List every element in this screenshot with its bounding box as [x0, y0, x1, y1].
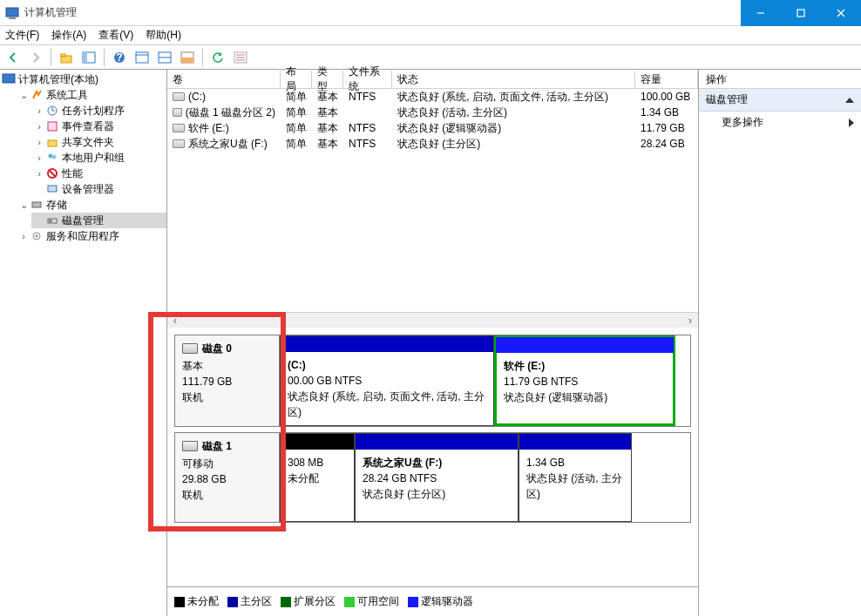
app-icon: [5, 6, 19, 20]
tree-storage[interactable]: ⌄存储: [16, 197, 166, 213]
close-button[interactable]: [821, 0, 861, 26]
tree-root[interactable]: 计算机管理(本地): [0, 71, 166, 87]
main-area: 计算机管理(本地) ⌄系统工具 ›任务计划程序 ›事件查看器 ›共享文件夹 ›本…: [0, 70, 861, 616]
svg-rect-1: [9, 17, 16, 19]
menu-action[interactable]: 操作(A): [51, 28, 86, 43]
svg-rect-32: [49, 220, 52, 222]
disk-info[interactable]: 磁盘 1可移动29.88 GB联机: [175, 433, 280, 522]
volume-row[interactable]: (C:)简单基本NTFS状态良好 (系统, 启动, 页面文件, 活动, 主分区)…: [167, 89, 698, 105]
collapse-icon: [845, 98, 854, 103]
svg-rect-23: [48, 122, 57, 131]
legend-swatch-unallocated: [174, 597, 185, 607]
actions-group[interactable]: 磁盘管理: [699, 89, 861, 112]
partition-bar: [281, 336, 493, 352]
svg-rect-0: [6, 8, 18, 17]
actions-header: 操作: [699, 70, 861, 89]
tree-task-scheduler[interactable]: ›任务计划程序: [31, 103, 166, 118]
svg-line-28: [49, 170, 56, 177]
col-layout[interactable]: 布局: [281, 71, 312, 88]
partition-bar: [356, 434, 518, 450]
legend-swatch-primary: [227, 597, 238, 607]
maximize-button[interactable]: [781, 0, 821, 26]
partition-bar: [281, 434, 354, 450]
partition-bar: [496, 337, 674, 353]
tree-pane: 计算机管理(本地) ⌄系统工具 ›任务计划程序 ›事件查看器 ›共享文件夹 ›本…: [0, 70, 167, 616]
list-settings-button[interactable]: [231, 48, 250, 67]
svg-text:?: ?: [116, 51, 122, 64]
col-type[interactable]: 类型: [312, 71, 343, 88]
tree-local-users[interactable]: ›本地用户和组: [31, 150, 166, 166]
menu-help[interactable]: 帮助(H): [146, 28, 181, 43]
svg-rect-12: [136, 52, 148, 63]
back-button[interactable]: [3, 48, 23, 67]
scroll-right-icon[interactable]: ›: [682, 313, 698, 328]
disk-0: 磁盘 0基本111.79 GB联机(C:)00.00 GB NTFS状态良好 (…: [174, 335, 691, 427]
volume-row[interactable]: (磁盘 1 磁盘分区 2)简单基本状态良好 (活动, 主分区)1.34 GB: [167, 105, 698, 120]
volume-header-row: 卷 布局 类型 文件系统 状态 容量: [167, 70, 698, 89]
help-button[interactable]: ?: [110, 48, 129, 67]
legend: 未分配 主分区 扩展分区 可用空间 逻辑驱动器: [167, 586, 698, 616]
partition-bar: [519, 434, 631, 450]
svg-rect-19: [3, 74, 15, 83]
tree-event-viewer[interactable]: ›事件查看器: [31, 118, 166, 134]
center-pane: 卷 布局 类型 文件系统 状态 容量 (C:)简单基本NTFS状态良好 (系统,…: [167, 70, 699, 616]
svg-rect-29: [48, 186, 57, 192]
svg-rect-3: [797, 10, 804, 17]
volume-list: 卷 布局 类型 文件系统 状态 容量 (C:)简单基本NTFS状态良好 (系统,…: [167, 70, 698, 328]
actions-pane: 操作 磁盘管理 更多操作: [699, 70, 861, 616]
svg-rect-7: [61, 54, 65, 57]
svg-rect-24: [48, 140, 57, 146]
svg-rect-9: [83, 52, 87, 63]
tree-system-tools[interactable]: ⌄系统工具: [16, 87, 166, 103]
window-title: 计算机管理: [24, 5, 77, 20]
refresh-button[interactable]: [208, 48, 227, 67]
properties-button[interactable]: [132, 48, 152, 67]
menu-file[interactable]: 文件(F): [5, 28, 39, 43]
volume-icon: [173, 92, 185, 101]
toolbar: ?: [0, 45, 861, 70]
col-volume[interactable]: 卷: [167, 71, 281, 88]
submenu-icon: [849, 118, 854, 127]
partition[interactable]: 1.34 GB状态良好 (活动, 主分区): [519, 433, 632, 522]
disk-map: 磁盘 0基本111.79 GB联机(C:)00.00 GB NTFS状态良好 (…: [167, 328, 698, 616]
partition[interactable]: 系统之家U盘 (F:)28.24 GB NTFS状态良好 (主分区): [355, 433, 519, 522]
volume-icon: [173, 139, 185, 148]
minimize-button[interactable]: [741, 0, 781, 26]
svg-rect-30: [32, 202, 41, 207]
up-button[interactable]: [57, 48, 76, 67]
svg-rect-17: [181, 58, 193, 63]
tree-disk-management[interactable]: 磁盘管理: [31, 213, 166, 228]
disk-1: 磁盘 1可移动29.88 GB联机308 MB未分配系统之家U盘 (F:)28.…: [174, 432, 691, 523]
col-filesystem[interactable]: 文件系统: [343, 71, 392, 88]
partition[interactable]: 308 MB未分配: [280, 433, 355, 522]
tree-device-manager[interactable]: 设备管理器: [31, 181, 166, 197]
svg-point-26: [52, 155, 57, 159]
menu-view[interactable]: 查看(V): [98, 28, 133, 43]
titlebar: 计算机管理: [0, 0, 861, 26]
tree-root-label: 计算机管理(本地): [18, 72, 98, 87]
volume-row[interactable]: 软件 (E:)简单基本NTFS状态良好 (逻辑驱动器)11.79 GB: [167, 120, 698, 136]
view-top-button[interactable]: [155, 48, 174, 67]
view-bottom-button[interactable]: [178, 48, 197, 67]
legend-swatch-logical: [408, 597, 418, 607]
volume-row[interactable]: 系统之家U盘 (F:)简单基本NTFS状态良好 (主分区)28.24 GB: [167, 136, 698, 152]
partition[interactable]: 软件 (E:)11.79 GB NTFS状态良好 (逻辑驱动器): [494, 335, 675, 426]
volume-hscrollbar[interactable]: ‹ ›: [167, 312, 698, 328]
volume-icon: [173, 124, 185, 132]
scroll-left-icon[interactable]: ‹: [167, 313, 183, 328]
legend-swatch-extended: [281, 597, 291, 607]
show-hide-tree-button[interactable]: [79, 48, 98, 67]
disk-icon: [182, 343, 198, 354]
forward-button[interactable]: [26, 48, 45, 67]
tree-performance[interactable]: ›性能: [31, 166, 166, 181]
disk-info[interactable]: 磁盘 0基本111.79 GB联机: [175, 335, 280, 426]
volume-icon: [173, 108, 182, 117]
col-capacity[interactable]: 容量: [635, 71, 698, 88]
partition[interactable]: (C:)00.00 GB NTFS状态良好 (系统, 启动, 页面文件, 活动,…: [280, 335, 494, 426]
tree-shared-folders[interactable]: ›共享文件夹: [31, 134, 166, 150]
svg-point-34: [36, 235, 38, 238]
col-status[interactable]: 状态: [392, 71, 635, 88]
actions-more[interactable]: 更多操作: [699, 112, 861, 133]
tree-services[interactable]: ›服务和应用程序: [16, 228, 166, 244]
disk-icon: [182, 441, 198, 451]
